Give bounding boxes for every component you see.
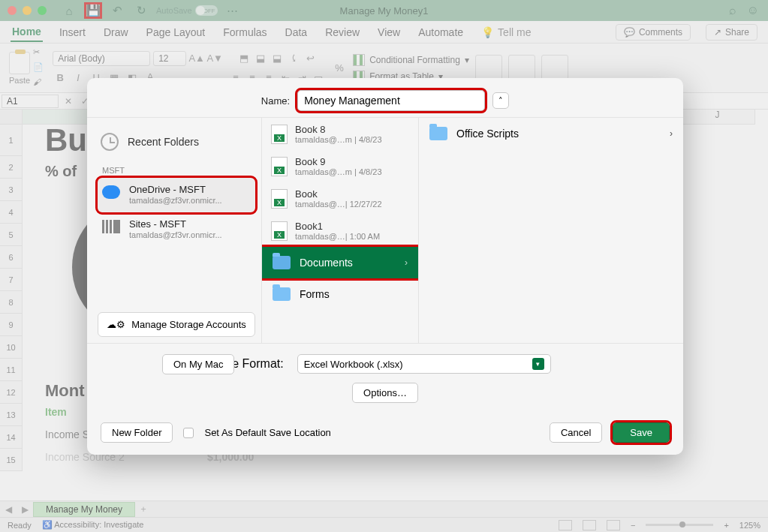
subfolder-list: Office Scripts› — [419, 118, 683, 343]
chevron-right-icon: › — [670, 128, 673, 139]
folder-icon — [273, 287, 291, 301]
cloud-gear-icon: ☁⚙ — [107, 319, 125, 330]
cancel-button[interactable]: Cancel — [550, 422, 602, 443]
default-location-checkbox[interactable] — [183, 428, 194, 438]
save-button[interactable]: Save — [613, 422, 670, 443]
default-location-label: Set As Default Save Location — [204, 427, 330, 438]
file-name-input[interactable] — [297, 90, 485, 111]
locations-sidebar: Recent Folders MSFT OneDrive - MSFTtamal… — [87, 118, 261, 343]
onedrive-icon — [102, 185, 120, 199]
folder-office-scripts[interactable]: Office Scripts› — [419, 118, 683, 149]
excel-file-icon — [271, 157, 288, 176]
manage-storage-button[interactable]: ☁⚙Manage Storage Accounts — [98, 312, 255, 337]
excel-file-icon — [271, 189, 288, 209]
folder-icon — [273, 256, 291, 269]
dropdown-icon: ▾ — [532, 358, 544, 370]
file-item[interactable]: Book1tamaldas@…| 1:00 AM — [262, 215, 418, 247]
clock-icon — [101, 133, 119, 151]
expand-toggle[interactable]: ˄ — [492, 92, 509, 109]
location-section-label: MSFT — [102, 166, 255, 175]
options-button[interactable]: Options… — [352, 383, 418, 403]
excel-file-icon — [271, 221, 288, 241]
folder-forms[interactable]: Forms — [262, 278, 418, 310]
excel-file-icon — [271, 125, 288, 144]
name-label: Name: — [261, 95, 290, 107]
sharepoint-icon — [102, 220, 120, 233]
location-onedrive[interactable]: OneDrive - MSFTtamaldas@zf3vr.onmicr... — [98, 178, 255, 212]
file-item[interactable]: Book 8tamaldas@…m | 4/8/23 — [262, 118, 418, 150]
file-format-select[interactable]: Excel Workbook (.xlsx)▾ — [297, 354, 551, 374]
folder-list: Book 8tamaldas@…m | 4/8/23 Book 9tamalda… — [261, 118, 419, 343]
folder-icon — [429, 127, 447, 140]
location-sites[interactable]: Sites - MSFTtamaldas@zf3vr.onmicr... — [98, 212, 255, 247]
folder-documents[interactable]: Documents› — [262, 247, 418, 278]
on-my-mac-button[interactable]: On My Mac — [162, 354, 234, 374]
new-folder-button[interactable]: New Folder — [101, 422, 173, 443]
file-item[interactable]: Booktamaldas@…| 12/27/22 — [262, 182, 418, 215]
recent-folders[interactable]: Recent Folders — [98, 128, 255, 155]
chevron-right-icon: › — [405, 257, 408, 268]
save-dialog: Name: ˄ Recent Folders MSFT OneDrive - M… — [87, 78, 683, 455]
file-item[interactable]: Book 9tamaldas@…m | 4/8/23 — [262, 150, 418, 182]
